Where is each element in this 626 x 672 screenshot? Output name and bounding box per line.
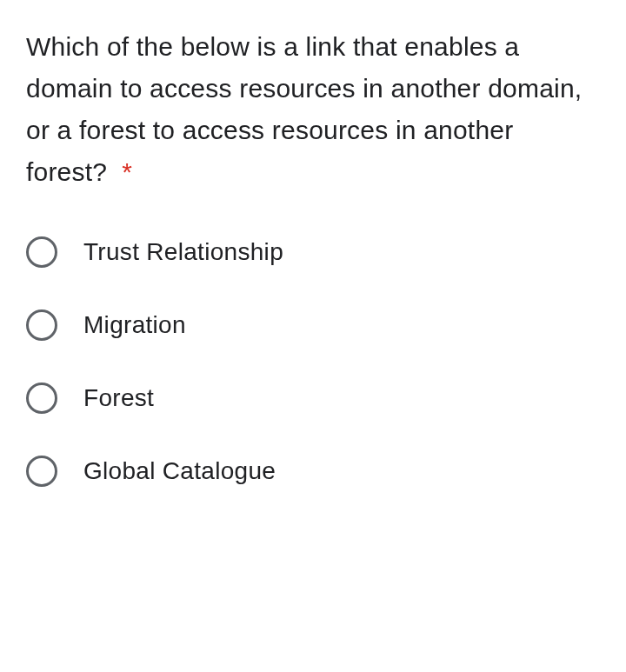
- option-label: Global Catalogue: [83, 457, 276, 485]
- question-text: Which of the below is a link that enable…: [26, 26, 600, 193]
- required-asterisk: *: [122, 157, 132, 186]
- option-label: Forest: [83, 384, 154, 412]
- radio-circle-icon: [26, 456, 57, 487]
- options-group: Trust Relationship Migration Forest Glob…: [26, 236, 600, 487]
- radio-option-3[interactable]: Global Catalogue: [26, 456, 600, 487]
- option-label: Trust Relationship: [83, 238, 283, 266]
- radio-option-1[interactable]: Migration: [26, 309, 600, 341]
- radio-circle-icon: [26, 383, 57, 414]
- question-content: Which of the below is a link that enable…: [26, 32, 582, 186]
- option-label: Migration: [83, 311, 186, 339]
- radio-option-2[interactable]: Forest: [26, 383, 600, 414]
- radio-circle-icon: [26, 309, 57, 341]
- radio-circle-icon: [26, 236, 57, 268]
- radio-option-0[interactable]: Trust Relationship: [26, 236, 600, 268]
